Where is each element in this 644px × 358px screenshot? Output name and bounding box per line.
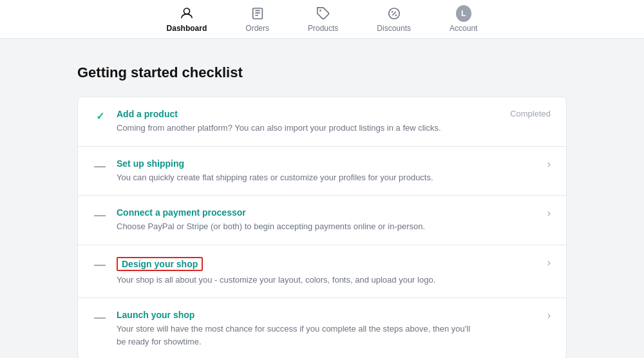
item-title-payment[interactable]: Connect a payment processor bbox=[117, 207, 476, 218]
nav-label-account: Account bbox=[450, 24, 477, 33]
nav-item-orders[interactable]: Orders bbox=[239, 1, 276, 38]
svg-point-0 bbox=[184, 8, 189, 14]
nav-item-discounts[interactable]: Discounts bbox=[370, 1, 417, 38]
svg-rect-1 bbox=[252, 8, 262, 19]
nav-label-products: Products bbox=[308, 24, 338, 33]
checklist-item-payment[interactable]: — Connect a payment processor Choose Pay… bbox=[78, 196, 566, 245]
item-title-design[interactable]: Design your shop bbox=[117, 257, 203, 271]
item-content-add-product: Add a product Coming from another platfo… bbox=[117, 109, 476, 135]
chevron-right-icon-3: › bbox=[547, 257, 551, 268]
status-dash-icon-2: — bbox=[93, 209, 106, 222]
nav-items-container: Dashboard Orders Products bbox=[160, 1, 484, 38]
products-icon bbox=[316, 6, 331, 21]
top-navigation: Dashboard Orders Products bbox=[0, 0, 644, 39]
account-avatar: L bbox=[456, 5, 471, 22]
checklist-item-shipping[interactable]: — Set up shipping You can quickly create… bbox=[78, 147, 566, 196]
item-desc-add-product: Coming from another platform? You can al… bbox=[117, 122, 476, 135]
main-content: Getting started checklist ✓ Add a produc… bbox=[64, 39, 580, 358]
chevron-right-icon: › bbox=[547, 158, 551, 170]
nav-label-dashboard: Dashboard bbox=[167, 24, 207, 33]
item-desc-launch: Your store will have the most chance for… bbox=[117, 323, 476, 348]
item-action-design: › bbox=[486, 257, 551, 268]
status-dash-icon-4: — bbox=[93, 311, 106, 325]
item-content-design: Design your shop Your shop is all about … bbox=[117, 257, 476, 287]
chevron-right-icon-4: › bbox=[547, 310, 551, 321]
item-action-add-product: Completed bbox=[486, 109, 551, 118]
checklist-item-add-product[interactable]: ✓ Add a product Coming from another plat… bbox=[78, 97, 566, 147]
nav-label-discounts: Discounts bbox=[377, 24, 411, 33]
nav-item-products[interactable]: Products bbox=[301, 1, 345, 38]
item-desc-design: Your shop is all about you - customize y… bbox=[117, 274, 476, 287]
status-dash-icon-3: — bbox=[93, 258, 106, 272]
nav-item-dashboard[interactable]: Dashboard bbox=[160, 1, 214, 38]
status-check-icon: ✓ bbox=[93, 110, 106, 122]
checklist-card: ✓ Add a product Coming from another plat… bbox=[77, 97, 567, 358]
item-content-payment: Connect a payment processor Choose PayPa… bbox=[117, 207, 476, 233]
item-action-shipping: › bbox=[486, 158, 551, 170]
item-title-launch[interactable]: Launch your shop bbox=[117, 310, 476, 320]
nav-label-orders: Orders bbox=[245, 24, 269, 33]
item-title-add-product[interactable]: Add a product bbox=[117, 109, 476, 119]
item-action-payment: › bbox=[486, 207, 551, 219]
svg-point-2 bbox=[319, 10, 321, 12]
checklist-item-design[interactable]: — Design your shop Your shop is all abou… bbox=[78, 245, 566, 299]
item-desc-shipping: You can quickly create flat shipping rat… bbox=[117, 171, 476, 184]
chevron-right-icon-2: › bbox=[547, 207, 551, 219]
item-desc-payment: Choose PayPal or Stripe (or both) to beg… bbox=[117, 220, 476, 233]
item-action-launch: › bbox=[486, 310, 551, 321]
item-content-launch: Launch your shop Your store will have th… bbox=[117, 310, 476, 348]
page-title: Getting started checklist bbox=[77, 64, 567, 81]
status-dash-icon: — bbox=[93, 160, 106, 173]
item-title-shipping[interactable]: Set up shipping bbox=[117, 158, 476, 169]
discounts-icon bbox=[386, 6, 402, 21]
checklist-item-launch[interactable]: — Launch your shop Your store will have … bbox=[78, 298, 566, 358]
nav-item-account[interactable]: L Account bbox=[443, 1, 484, 38]
account-icon: L bbox=[456, 6, 471, 21]
item-content-shipping: Set up shipping You can quickly create f… bbox=[117, 158, 476, 184]
dashboard-icon bbox=[179, 6, 194, 21]
orders-icon bbox=[250, 6, 265, 21]
completed-label: Completed bbox=[510, 109, 551, 118]
